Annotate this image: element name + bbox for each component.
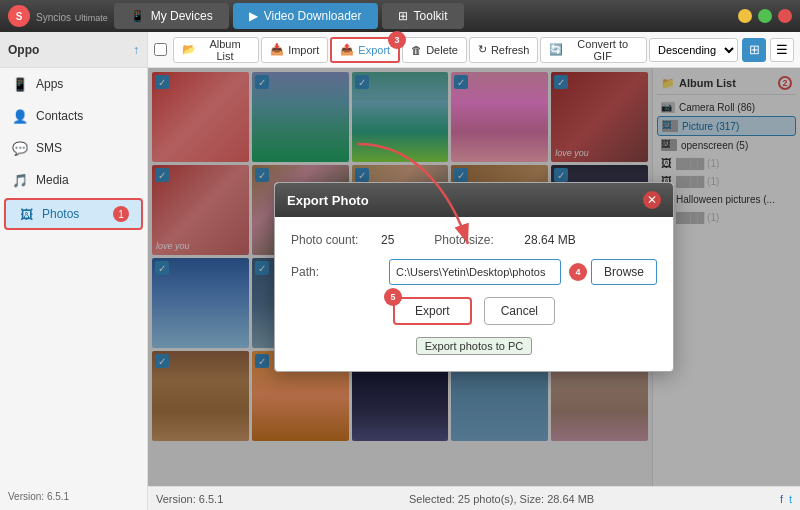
phone-icon: 📱	[130, 9, 145, 23]
convert-gif-button[interactable]: 🔄 Convert to GIF	[540, 37, 647, 63]
step-5: 5	[384, 288, 402, 306]
minimize-button[interactable]	[738, 9, 752, 23]
import-button[interactable]: 📥 Import	[261, 37, 328, 63]
selected-status: Selected: 25 photo(s), Size: 28.64 MB	[409, 493, 594, 505]
device-name: Oppo	[8, 43, 39, 57]
gif-icon: 🔄	[549, 43, 563, 56]
upload-icon: ↑	[133, 43, 139, 57]
sidebar-item-sms[interactable]: 💬 SMS	[0, 132, 147, 164]
tab-toolkit[interactable]: ⊞ Toolkit	[382, 3, 464, 29]
apps-icon: 📱	[12, 76, 28, 92]
photo-count-row: Photo count: 25 Photo size: 28.64 MB	[291, 233, 657, 247]
sidebar-item-contacts[interactable]: 👤 Contacts	[0, 100, 147, 132]
step-3: 3	[388, 31, 406, 49]
title-bar: S Syncios Ultimate 📱 My Devices ▶ Video …	[0, 0, 800, 32]
dialog-header: Export Photo ✕	[275, 183, 673, 217]
cancel-button[interactable]: Cancel	[484, 297, 555, 325]
browse-button[interactable]: Browse	[591, 259, 657, 285]
sidebar-item-media[interactable]: 🎵 Media	[0, 164, 147, 196]
tooltip-container: Export photos to PC	[291, 337, 657, 355]
select-all-checkbox[interactable]	[154, 43, 167, 56]
title-bar-left: S Syncios Ultimate 📱 My Devices ▶ Video …	[8, 3, 464, 29]
toolkit-icon: ⊞	[398, 9, 408, 23]
grid-view-button[interactable]: ⊞	[742, 38, 766, 62]
device-header: Oppo ↑	[0, 32, 147, 68]
tab-video-downloader[interactable]: ▶ Video Downloader	[233, 3, 378, 29]
path-label: Path:	[291, 265, 381, 279]
export-icon: 📤	[340, 43, 354, 56]
dialog-footer: Export 5 Cancel	[291, 297, 657, 337]
app-logo: S	[8, 5, 30, 27]
step-4: 4	[569, 263, 587, 281]
album-list-button[interactable]: 📂 Album List	[173, 37, 259, 63]
media-icon: 🎵	[12, 172, 28, 188]
social-icons: f t	[780, 493, 792, 505]
facebook-icon[interactable]: f	[780, 493, 783, 505]
contacts-icon: 👤	[12, 108, 28, 124]
export-tooltip: Export photos to PC	[416, 337, 532, 355]
content-area: 📂 Album List 📥 Import 📤 Export 3 🗑 Delet…	[148, 32, 800, 510]
photo-size-value: 28.64 MB	[524, 233, 575, 247]
photo-count-label: Photo count:	[291, 233, 381, 247]
close-button[interactable]	[778, 9, 792, 23]
version-text: Version: 6.5.1	[156, 493, 223, 505]
toolbar-right: Descending ⊞ ☰	[649, 38, 794, 62]
dialog-body: Photo count: 25 Photo size: 28.64 MB Pat…	[275, 217, 673, 371]
photo-size-label: Photo size:	[434, 233, 524, 247]
dialog-close-button[interactable]: ✕	[643, 191, 661, 209]
sidebar: Oppo ↑ 📱 Apps 👤 Contacts 💬 SMS 🎵 Media 🖼…	[0, 32, 148, 510]
delete-icon: 🗑	[411, 44, 422, 56]
twitter-icon[interactable]: t	[789, 493, 792, 505]
main-layout: Oppo ↑ 📱 Apps 👤 Contacts 💬 SMS 🎵 Media 🖼…	[0, 32, 800, 510]
export-button[interactable]: 📤 Export 3	[330, 37, 400, 63]
import-icon: 📥	[270, 43, 284, 56]
play-icon: ▶	[249, 9, 258, 23]
title-bar-controls	[738, 9, 792, 23]
version-label: Version: 6.5.1	[0, 483, 147, 510]
dialog-overlay: Export Photo ✕ Photo count: 25 Photo siz…	[148, 68, 800, 486]
status-bar: Version: 6.5.1 Selected: 25 photo(s), Si…	[148, 486, 800, 510]
toolbar: 📂 Album List 📥 Import 📤 Export 3 🗑 Delet…	[148, 32, 800, 68]
export-confirm-button[interactable]: Export	[393, 297, 472, 325]
photo-count-value: 25	[381, 233, 394, 247]
sms-icon: 💬	[12, 140, 28, 156]
tab-my-devices[interactable]: 📱 My Devices	[114, 3, 229, 29]
sidebar-item-apps[interactable]: 📱 Apps	[0, 68, 147, 100]
list-view-button[interactable]: ☰	[770, 38, 794, 62]
maximize-button[interactable]	[758, 9, 772, 23]
refresh-icon: ↻	[478, 43, 487, 56]
path-row: Path: 4 Browse	[291, 259, 657, 285]
photos-badge: 1	[113, 206, 129, 222]
sidebar-item-photos[interactable]: 🖼 Photos 1	[4, 198, 143, 230]
export-dialog: Export Photo ✕ Photo count: 25 Photo siz…	[274, 182, 674, 372]
refresh-button[interactable]: ↻ Refresh	[469, 37, 539, 63]
album-list-icon: 📂	[182, 43, 196, 56]
sort-select[interactable]: Descending	[649, 38, 738, 62]
path-input[interactable]	[389, 259, 561, 285]
delete-button[interactable]: 🗑 Delete	[402, 37, 467, 63]
app-name: Syncios Ultimate	[36, 9, 108, 24]
photos-icon: 🖼	[18, 206, 34, 222]
nav-tabs: 📱 My Devices ▶ Video Downloader ⊞ Toolki…	[114, 3, 464, 29]
